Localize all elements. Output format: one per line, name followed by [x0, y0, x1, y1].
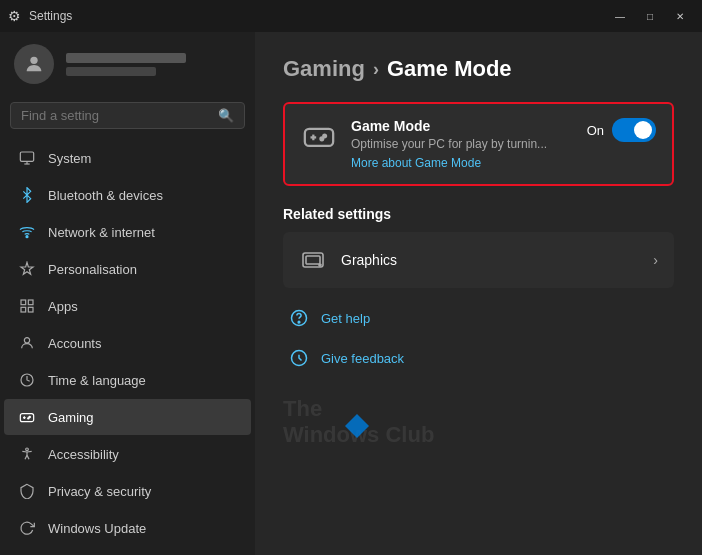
sidebar-item-accounts[interactable]: Accounts	[4, 325, 251, 361]
time-icon	[18, 371, 36, 389]
card-toggle-area: On	[587, 118, 656, 142]
svg-point-26	[298, 321, 300, 323]
sidebar-item-system[interactable]: System	[4, 140, 251, 176]
svg-point-20	[323, 135, 326, 138]
minimize-button[interactable]: —	[606, 5, 634, 27]
sidebar-item-update[interactable]: Windows Update	[4, 510, 251, 546]
sidebar-item-bluetooth[interactable]: Bluetooth & devices	[4, 177, 251, 213]
game-mode-card: Game Mode Optimise your PC for play by t…	[283, 102, 674, 186]
sidebar-item-label: Personalisation	[48, 262, 137, 277]
watermark: TheWindows Club	[283, 388, 674, 448]
svg-rect-6	[28, 300, 33, 305]
svg-rect-8	[28, 307, 33, 312]
svg-point-15	[28, 418, 29, 419]
search-icon: 🔍	[218, 108, 234, 123]
svg-rect-17	[305, 129, 333, 146]
svg-rect-11	[20, 414, 33, 422]
sidebar-item-label: Network & internet	[48, 225, 155, 240]
sidebar: 🔍 System Bluetooth & devices Netwo	[0, 32, 255, 555]
sidebar-item-label: Gaming	[48, 410, 94, 425]
network-icon	[18, 223, 36, 241]
search-input[interactable]	[21, 108, 218, 123]
svg-rect-1	[20, 152, 33, 161]
graphics-settings-item[interactable]: Graphics ›	[283, 232, 674, 288]
svg-point-21	[320, 137, 323, 140]
card-title: Game Mode	[351, 118, 573, 134]
titlebar-left: ⚙ Settings	[8, 8, 72, 24]
sidebar-item-label: Bluetooth & devices	[48, 188, 163, 203]
svg-rect-5	[21, 300, 26, 305]
help-icon	[287, 306, 311, 330]
user-profile[interactable]	[0, 32, 255, 96]
accounts-icon	[18, 334, 36, 352]
graphics-label: Graphics	[341, 252, 639, 268]
svg-point-0	[30, 57, 37, 64]
card-link[interactable]: More about Game Mode	[351, 156, 573, 170]
toggle-knob	[634, 121, 652, 139]
card-description: Optimise your PC for play by turnin...	[351, 137, 573, 151]
sidebar-item-personalisation[interactable]: Personalisation	[4, 251, 251, 287]
card-inner: Game Mode Optimise your PC for play by t…	[301, 118, 656, 170]
related-settings-title: Related settings	[283, 206, 674, 222]
get-help-row[interactable]: Get help	[283, 298, 674, 338]
svg-marker-28	[345, 414, 369, 438]
sidebar-item-label: Windows Update	[48, 521, 146, 536]
privacy-icon	[18, 482, 36, 500]
gamemode-card-icon	[301, 118, 337, 154]
sidebar-item-accessibility[interactable]: Accessibility	[4, 436, 251, 472]
sidebar-item-gaming[interactable]: Gaming	[4, 399, 251, 435]
gaming-icon	[18, 408, 36, 426]
watermark-logo	[343, 412, 371, 440]
svg-point-9	[24, 338, 29, 343]
sidebar-item-time[interactable]: Time & language	[4, 362, 251, 398]
maximize-button[interactable]: □	[636, 5, 664, 27]
breadcrumb-child: Game Mode	[387, 56, 512, 82]
settings-app-icon: ⚙	[8, 8, 21, 24]
give-feedback-label[interactable]: Give feedback	[321, 351, 404, 366]
breadcrumb-separator: ›	[373, 59, 379, 80]
sidebar-item-label: Time & language	[48, 373, 146, 388]
feedback-icon	[287, 346, 311, 370]
search-box[interactable]: 🔍	[10, 102, 245, 129]
user-name	[66, 53, 186, 63]
give-feedback-row[interactable]: Give feedback	[283, 338, 674, 378]
svg-rect-23	[306, 256, 320, 264]
svg-point-4	[26, 236, 28, 238]
close-button[interactable]: ✕	[666, 5, 694, 27]
avatar	[14, 44, 54, 84]
accessibility-icon	[18, 445, 36, 463]
svg-point-24	[319, 264, 321, 266]
get-help-label[interactable]: Get help	[321, 311, 370, 326]
bluetooth-icon	[18, 186, 36, 204]
apps-icon	[18, 297, 36, 315]
chevron-right-icon: ›	[653, 252, 658, 268]
personalisation-icon	[18, 260, 36, 278]
titlebar-title: Settings	[29, 9, 72, 23]
breadcrumb: Gaming › Game Mode	[283, 56, 674, 82]
sidebar-item-label: Privacy & security	[48, 484, 151, 499]
app-body: 🔍 System Bluetooth & devices Netwo	[0, 32, 702, 555]
nav-list: System Bluetooth & devices Network & int…	[0, 139, 255, 547]
sidebar-item-label: Apps	[48, 299, 78, 314]
graphics-icon	[299, 246, 327, 274]
sidebar-item-label: System	[48, 151, 91, 166]
svg-rect-7	[21, 307, 26, 312]
sidebar-item-network[interactable]: Network & internet	[4, 214, 251, 250]
user-info	[66, 53, 186, 76]
game-mode-toggle[interactable]	[612, 118, 656, 142]
sidebar-item-label: Accessibility	[48, 447, 119, 462]
titlebar-controls: — □ ✕	[606, 5, 694, 27]
svg-point-16	[26, 448, 29, 451]
titlebar: ⚙ Settings — □ ✕	[0, 0, 702, 32]
user-email	[66, 67, 156, 76]
system-icon	[18, 149, 36, 167]
toggle-label: On	[587, 123, 604, 138]
sidebar-item-label: Accounts	[48, 336, 101, 351]
content-area: Gaming › Game Mode Game Mode Op	[255, 32, 702, 555]
sidebar-item-privacy[interactable]: Privacy & security	[4, 473, 251, 509]
sidebar-item-apps[interactable]: Apps	[4, 288, 251, 324]
card-text: Game Mode Optimise your PC for play by t…	[351, 118, 573, 170]
breadcrumb-parent[interactable]: Gaming	[283, 56, 365, 82]
update-icon	[18, 519, 36, 537]
